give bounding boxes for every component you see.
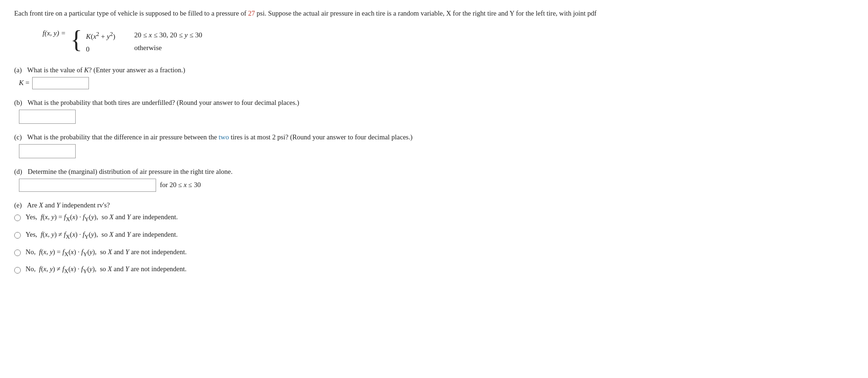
part-b-input[interactable] [19, 110, 76, 124]
part-b-input-row [19, 110, 854, 124]
part-a-input-row: K = [19, 77, 854, 89]
part-c-input[interactable] [19, 144, 76, 158]
intro-text-before: Each front tire on a particular type of … [14, 9, 248, 17]
part-e-label: (e) Are X and Y independent rv's? [14, 201, 854, 209]
pdf-cases: K(x2 + y2) 0 [86, 27, 115, 56]
part-c-question: What is the probability that the differe… [27, 133, 412, 141]
opt2-suffix: so X and Y are independent. [100, 231, 178, 238]
brace-symbol: { [70, 27, 82, 52]
option-3-label[interactable]: No, f(x, y) = fX(x) · fY(y), so X and Y … [26, 248, 187, 258]
opt2-prefix: Yes, [26, 231, 39, 238]
opt1-prefix: Yes, [26, 213, 39, 221]
option-4-radio[interactable] [14, 267, 21, 274]
section-d: (d) Determine the (marginal) distributio… [14, 168, 854, 192]
part-b-letter: (b) [14, 99, 22, 107]
part-c-label: (c) What is the probability that the dif… [14, 133, 854, 141]
pdf-definition: f(x, y) = { K(x2 + y2) 0 20 ≤ x ≤ 30, 20… [43, 27, 854, 56]
case-2: 0 [86, 43, 115, 56]
opt3-suffix: so X and Y are not independent. [98, 248, 187, 256]
opt3-math: f(x, y) = fX(x) · fY(y), [39, 248, 98, 256]
section-a: (a) What is the value of K? (Enter your … [14, 66, 854, 89]
opt1-math: f(x, y) = fX(x) · fY(y), [41, 213, 100, 221]
section-b: (b) What is the probability that both ti… [14, 99, 854, 124]
intro-text-after: psi. Suppose the actual air pressure in … [255, 9, 596, 17]
option-3-radio[interactable] [14, 249, 21, 256]
part-d-for-label: for 20 ≤ x ≤ 30 [160, 181, 201, 189]
option-1-radio[interactable] [14, 215, 21, 221]
pdf-conditions: 20 ≤ x ≤ 30, 20 ≤ y ≤ 30 otherwise [134, 27, 202, 54]
option-3-row: No, f(x, y) = fX(x) · fY(y), so X and Y … [14, 248, 854, 258]
radio-options: Yes, f(x, y) = fX(x) · fY(y), so X and Y… [14, 213, 854, 275]
opt4-math: f(x, y) ≠ fX(x) · fY(y), [39, 265, 98, 273]
condition-1: 20 ≤ x ≤ 30, 20 ≤ y ≤ 30 [134, 29, 202, 42]
condition-2: otherwise [134, 42, 202, 54]
part-d-question: Determine the (marginal) distribution of… [28, 168, 233, 175]
part-b-label: (b) What is the probability that both ti… [14, 99, 854, 107]
option-2-row: Yes, f(x, y) ≠ fX(x) · fY(y), so X and Y… [14, 231, 854, 241]
opt2-math: f(x, y) ≠ fX(x) · fY(y), [41, 231, 100, 238]
k-equals-label: K = [19, 79, 29, 87]
opt4-prefix: No, [26, 265, 37, 273]
part-e-letter: (e) [14, 201, 22, 209]
option-2-radio[interactable] [14, 232, 21, 239]
intro-paragraph: Each front tire on a particular type of … [14, 9, 854, 19]
part-e-question: Are X and Y independent rv's? [27, 201, 110, 209]
part-a-letter: (a) [14, 66, 22, 74]
fx-label: f(x, y) = [43, 27, 66, 37]
part-c-letter: (c) [14, 133, 22, 141]
part-b-question: What is the probability that both tires … [27, 99, 299, 106]
opt4-suffix: so X and Y are not independent. [98, 265, 187, 273]
section-e: (e) Are X and Y independent rv's? Yes, f… [14, 201, 854, 275]
opt3-prefix: No, [26, 248, 37, 256]
part-a-question: What is the value of K? (Enter your answ… [27, 66, 185, 74]
option-1-row: Yes, f(x, y) = fX(x) · fY(y), so X and Y… [14, 213, 854, 223]
part-d-label: (d) Determine the (marginal) distributio… [14, 168, 854, 176]
part-a-label: (a) What is the value of K? (Enter your … [14, 66, 854, 74]
pressure-value: 27 [248, 9, 255, 17]
part-d-input[interactable] [19, 179, 156, 192]
two-highlight: two [219, 133, 229, 141]
case-1: K(x2 + y2) [86, 29, 115, 43]
option-1-label[interactable]: Yes, f(x, y) = fX(x) · fY(y), so X and Y… [26, 213, 178, 223]
option-4-row: No, f(x, y) ≠ fX(x) · fY(y), so X and Y … [14, 265, 854, 275]
opt1-suffix: so X and Y are independent. [100, 213, 178, 221]
part-d-input-row: for 20 ≤ x ≤ 30 [19, 179, 854, 192]
part-d-letter: (d) [14, 168, 22, 176]
option-4-label[interactable]: No, f(x, y) ≠ fX(x) · fY(y), so X and Y … [26, 265, 186, 275]
section-c: (c) What is the probability that the dif… [14, 133, 854, 158]
k-input[interactable] [32, 77, 89, 89]
part-c-input-row [19, 144, 854, 158]
option-2-label[interactable]: Yes, f(x, y) ≠ fX(x) · fY(y), so X and Y… [26, 231, 178, 241]
